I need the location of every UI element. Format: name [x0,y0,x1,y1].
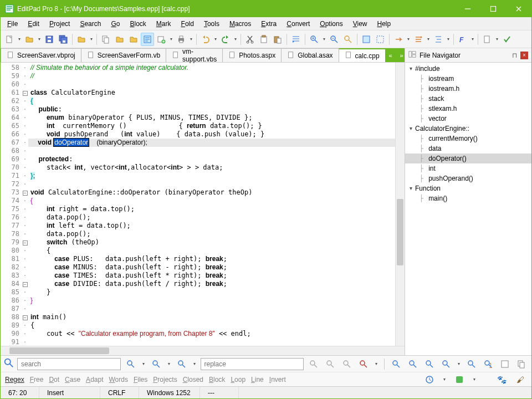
dropdown-icon[interactable]: ▾ [213,37,218,42]
dropdown-icon[interactable]: ▾ [494,37,500,42]
tree-item[interactable]: ├ int [405,163,531,173]
find-button-2[interactable] [406,357,420,371]
tree-item[interactable]: ▾#include [405,64,531,74]
dropdown-icon[interactable]: ▾ [321,37,327,42]
history-button[interactable] [423,373,436,386]
tool1-button[interactable] [392,33,405,46]
find-list-button[interactable] [498,357,511,371]
opt-adapt[interactable]: Adapt [86,376,103,383]
menu-fold[interactable]: Fold [177,18,198,29]
select-button[interactable] [374,33,387,46]
menu-view[interactable]: View [349,18,372,29]
close-button[interactable] [506,1,531,17]
wrap-button[interactable] [141,33,154,46]
tab-next-button[interactable]: » [396,48,405,62]
opt-case[interactable]: Case [65,376,80,383]
menu-mark[interactable]: Mark [152,18,176,29]
panel-close-button[interactable]: × [520,52,528,59]
search-input[interactable] [17,358,121,370]
cut-button[interactable] [243,33,257,46]
tree-item[interactable]: ├ iostream [405,74,531,84]
menu-help[interactable]: Help [373,18,396,29]
vertical-scrollbar[interactable] [395,63,405,346]
regex-helper-button[interactable]: 🐾 [495,373,508,386]
menu-extra[interactable]: Extra [257,18,281,29]
code-editor[interactable]: // Simulate the behavior of a simple int… [28,63,405,346]
find-button-5[interactable] [465,357,478,371]
replace-input[interactable] [201,358,304,370]
dropdown-icon[interactable]: ▾ [456,361,462,366]
fold-column[interactable]: ···−···········−·····−····−···−··· [22,63,28,346]
menu-edit[interactable]: Edit [23,18,44,29]
check-button[interactable] [500,33,514,46]
menu-convert[interactable]: Convert [282,18,314,29]
search-all-button[interactable] [175,357,188,371]
dropdown-icon[interactable]: ▾ [446,37,451,42]
tool3-button[interactable] [432,33,445,46]
opt-closed[interactable]: Closed [183,376,203,383]
menu-block[interactable]: Block [126,18,151,29]
tree-item[interactable]: ├ data [405,144,531,154]
tree-item[interactable]: ├ currentMemory() [405,134,531,144]
dropdown-icon[interactable]: ▾ [374,361,379,366]
menu-search[interactable]: Search [75,18,105,29]
pin-icon[interactable]: ⊓ [512,52,517,59]
opt-projects[interactable]: Projects [153,376,177,383]
replace-stop-button[interactable] [357,357,370,371]
menu-file[interactable]: File [3,18,22,29]
tab-global-asax[interactable]: Global.asax [281,48,339,62]
find-button-1[interactable] [390,357,403,371]
opt-regex[interactable]: Regex [5,376,24,383]
favorite-button[interactable] [453,373,466,386]
dropdown-icon[interactable]: ▾ [442,377,447,382]
dropdown-icon[interactable]: ▾ [233,37,238,42]
indent-button[interactable] [289,33,303,46]
redo-button[interactable] [219,33,232,46]
tree-item[interactable]: ├ stlexam.h [405,104,531,114]
tab-photos-aspx[interactable]: Photos.aspx [222,48,282,62]
replace-button[interactable] [307,357,320,371]
dropdown-icon[interactable]: ▾ [17,37,22,42]
menu-tools[interactable]: Tools [200,18,224,29]
tree-item[interactable]: ├ stack [405,94,531,104]
tab-screensaver-vbproj[interactable]: ScreenSaver.vbproj [1,48,81,62]
minimize-button[interactable] [455,1,480,17]
paste-button[interactable] [271,33,284,46]
open-project-button[interactable] [75,33,88,46]
opt-files[interactable]: Files [134,376,147,383]
highlight-button[interactable] [360,33,373,46]
dropdown-icon[interactable]: ▾ [426,37,431,42]
find-button-3[interactable] [423,357,436,371]
dropdown-icon[interactable]: ▾ [470,37,475,42]
doc-button[interactable] [480,33,494,46]
dropdown-icon[interactable]: ▾ [188,37,194,42]
find-button-4[interactable] [439,357,453,371]
dropdown-icon[interactable]: ▾ [141,361,146,366]
dropdown-icon[interactable]: ▾ [89,37,94,42]
opt-invert[interactable]: Invert [269,376,286,383]
search-next-button[interactable] [124,357,137,371]
menu-options[interactable]: Options [315,18,347,29]
tree-item[interactable]: ├ vector [405,114,531,124]
tab-calc-cpp[interactable]: calc.cpp [339,48,386,62]
copy-button[interactable] [99,33,112,46]
zoom-button[interactable] [341,33,355,46]
replace-opt1-button[interactable] [340,357,354,371]
maximize-button[interactable] [480,1,506,17]
menu-macros[interactable]: Macros [225,18,255,29]
find-count-button[interactable]: 123 [482,357,495,371]
opt-dot[interactable]: Dot [49,376,59,383]
dropdown-icon[interactable]: ▾ [192,361,197,366]
tree-item[interactable]: ├ main() [405,193,531,203]
find-copy-button[interactable] [515,357,528,371]
folder-button[interactable] [113,33,126,46]
open-button[interactable] [23,33,36,46]
search-prev-button[interactable] [150,357,163,371]
tree-item[interactable]: ▾CalculatorEngine:: [405,124,531,134]
clipboard-button[interactable] [257,33,270,46]
tree-item[interactable]: ├ pushOperand() [405,173,531,183]
save-button[interactable] [43,33,56,46]
opt-line[interactable]: Line [251,376,264,383]
horizontal-scrollbar[interactable] [1,346,405,355]
opt-free[interactable]: Free [30,376,44,383]
